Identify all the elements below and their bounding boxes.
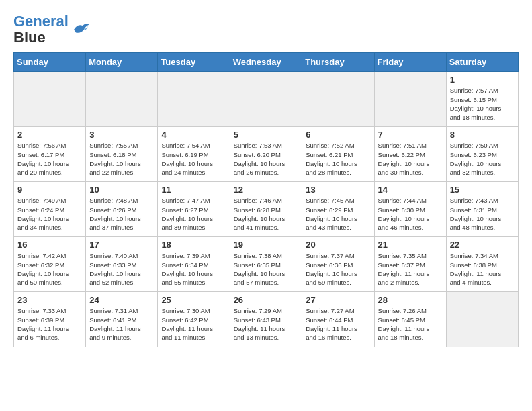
calendar-cell: 8Sunrise: 7:50 AM Sunset: 6:23 PM Daylig… — [446, 127, 518, 182]
day-info: Sunrise: 7:37 AM Sunset: 6:36 PM Dayligh… — [306, 251, 370, 287]
calendar-cell: 4Sunrise: 7:54 AM Sunset: 6:19 PM Daylig… — [158, 127, 230, 182]
calendar-cell: 18Sunrise: 7:39 AM Sunset: 6:34 PM Dayli… — [158, 237, 230, 292]
day-number: 17 — [89, 240, 154, 250]
day-info: Sunrise: 7:40 AM Sunset: 6:33 PM Dayligh… — [89, 251, 154, 287]
day-info: Sunrise: 7:27 AM Sunset: 6:44 PM Dayligh… — [306, 306, 370, 342]
day-info: Sunrise: 7:35 AM Sunset: 6:37 PM Dayligh… — [378, 251, 443, 287]
day-number: 8 — [450, 130, 515, 140]
day-number: 20 — [306, 240, 370, 250]
calendar-cell: 28Sunrise: 7:26 AM Sunset: 6:45 PM Dayli… — [374, 292, 446, 347]
day-info: Sunrise: 7:45 AM Sunset: 6:29 PM Dayligh… — [306, 196, 370, 232]
calendar-cell: 22Sunrise: 7:34 AM Sunset: 6:38 PM Dayli… — [446, 237, 518, 292]
day-number: 19 — [234, 240, 299, 250]
calendar-cell: 10Sunrise: 7:48 AM Sunset: 6:26 PM Dayli… — [86, 182, 158, 237]
day-number: 9 — [17, 185, 82, 195]
calendar-cell: 25Sunrise: 7:30 AM Sunset: 6:42 PM Dayli… — [158, 292, 230, 347]
day-info: Sunrise: 7:31 AM Sunset: 6:41 PM Dayligh… — [89, 306, 154, 342]
calendar-cell — [230, 72, 302, 127]
week-row-5: 23Sunrise: 7:33 AM Sunset: 6:39 PM Dayli… — [14, 292, 519, 347]
day-number: 27 — [306, 295, 370, 305]
calendar-cell — [374, 72, 446, 127]
day-header-tuesday: Tuesday — [158, 53, 230, 72]
day-number: 14 — [378, 185, 443, 195]
day-number: 4 — [161, 130, 226, 140]
calendar-cell: 12Sunrise: 7:46 AM Sunset: 6:28 PM Dayli… — [230, 182, 302, 237]
week-row-1: 1Sunrise: 7:57 AM Sunset: 6:15 PM Daylig… — [14, 72, 519, 127]
calendar-cell: 14Sunrise: 7:44 AM Sunset: 6:30 PM Dayli… — [374, 182, 446, 237]
day-info: Sunrise: 7:56 AM Sunset: 6:17 PM Dayligh… — [17, 141, 82, 177]
week-row-3: 9Sunrise: 7:49 AM Sunset: 6:24 PM Daylig… — [14, 182, 519, 237]
calendar-cell — [14, 72, 86, 127]
page-header: GeneralBlue — [13, 13, 519, 46]
calendar-cell — [302, 72, 374, 127]
day-header-monday: Monday — [86, 53, 158, 72]
day-number: 13 — [306, 185, 370, 195]
day-number: 6 — [306, 130, 370, 140]
day-info: Sunrise: 7:38 AM Sunset: 6:35 PM Dayligh… — [234, 251, 299, 287]
day-info: Sunrise: 7:50 AM Sunset: 6:23 PM Dayligh… — [450, 141, 515, 177]
day-info: Sunrise: 7:33 AM Sunset: 6:39 PM Dayligh… — [17, 306, 82, 342]
day-info: Sunrise: 7:44 AM Sunset: 6:30 PM Dayligh… — [378, 196, 443, 232]
day-info: Sunrise: 7:47 AM Sunset: 6:27 PM Dayligh… — [161, 196, 226, 232]
day-info: Sunrise: 7:46 AM Sunset: 6:28 PM Dayligh… — [234, 196, 299, 232]
calendar-cell: 9Sunrise: 7:49 AM Sunset: 6:24 PM Daylig… — [14, 182, 86, 237]
day-info: Sunrise: 7:29 AM Sunset: 6:43 PM Dayligh… — [234, 306, 299, 342]
calendar-cell: 21Sunrise: 7:35 AM Sunset: 6:37 PM Dayli… — [374, 237, 446, 292]
day-info: Sunrise: 7:42 AM Sunset: 6:32 PM Dayligh… — [17, 251, 82, 287]
day-number: 18 — [161, 240, 226, 250]
calendar-cell: 7Sunrise: 7:51 AM Sunset: 6:22 PM Daylig… — [374, 127, 446, 182]
day-number: 3 — [89, 130, 154, 140]
day-number: 16 — [17, 240, 82, 250]
day-info: Sunrise: 7:52 AM Sunset: 6:21 PM Dayligh… — [306, 141, 370, 177]
calendar-cell: 1Sunrise: 7:57 AM Sunset: 6:15 PM Daylig… — [446, 72, 518, 127]
calendar-cell: 26Sunrise: 7:29 AM Sunset: 6:43 PM Dayli… — [230, 292, 302, 347]
day-info: Sunrise: 7:55 AM Sunset: 6:18 PM Dayligh… — [89, 141, 154, 177]
calendar-cell: 20Sunrise: 7:37 AM Sunset: 6:36 PM Dayli… — [302, 237, 374, 292]
day-number: 22 — [450, 240, 515, 250]
day-info: Sunrise: 7:51 AM Sunset: 6:22 PM Dayligh… — [378, 141, 443, 177]
calendar-cell: 24Sunrise: 7:31 AM Sunset: 6:41 PM Dayli… — [86, 292, 158, 347]
day-info: Sunrise: 7:57 AM Sunset: 6:15 PM Dayligh… — [450, 86, 515, 122]
calendar-cell: 6Sunrise: 7:52 AM Sunset: 6:21 PM Daylig… — [302, 127, 374, 182]
day-header-saturday: Saturday — [446, 53, 518, 72]
day-info: Sunrise: 7:34 AM Sunset: 6:38 PM Dayligh… — [450, 251, 515, 287]
day-number: 7 — [378, 130, 443, 140]
day-info: Sunrise: 7:26 AM Sunset: 6:45 PM Dayligh… — [378, 306, 443, 342]
calendar-cell: 23Sunrise: 7:33 AM Sunset: 6:39 PM Dayli… — [14, 292, 86, 347]
week-row-2: 2Sunrise: 7:56 AM Sunset: 6:17 PM Daylig… — [14, 127, 519, 182]
day-number: 21 — [378, 240, 443, 250]
calendar-cell — [86, 72, 158, 127]
day-number: 11 — [161, 185, 226, 195]
day-header-friday: Friday — [374, 53, 446, 72]
calendar-cell: 19Sunrise: 7:38 AM Sunset: 6:35 PM Dayli… — [230, 237, 302, 292]
calendar-cell: 17Sunrise: 7:40 AM Sunset: 6:33 PM Dayli… — [86, 237, 158, 292]
day-number: 25 — [161, 295, 226, 305]
day-number: 23 — [17, 295, 82, 305]
day-header-wednesday: Wednesday — [230, 53, 302, 72]
logo-text: GeneralBlue — [13, 13, 69, 46]
day-number: 28 — [378, 295, 443, 305]
calendar-cell: 16Sunrise: 7:42 AM Sunset: 6:32 PM Dayli… — [14, 237, 86, 292]
day-number: 1 — [450, 75, 515, 85]
day-number: 5 — [234, 130, 299, 140]
day-info: Sunrise: 7:54 AM Sunset: 6:19 PM Dayligh… — [161, 141, 226, 177]
logo: GeneralBlue — [13, 13, 90, 46]
calendar-cell: 2Sunrise: 7:56 AM Sunset: 6:17 PM Daylig… — [14, 127, 86, 182]
day-header-sunday: Sunday — [14, 53, 86, 72]
calendar-cell: 11Sunrise: 7:47 AM Sunset: 6:27 PM Dayli… — [158, 182, 230, 237]
day-number: 10 — [89, 185, 154, 195]
calendar-cell: 5Sunrise: 7:53 AM Sunset: 6:20 PM Daylig… — [230, 127, 302, 182]
calendar-cell: 3Sunrise: 7:55 AM Sunset: 6:18 PM Daylig… — [86, 127, 158, 182]
week-row-4: 16Sunrise: 7:42 AM Sunset: 6:32 PM Dayli… — [14, 237, 519, 292]
day-info: Sunrise: 7:48 AM Sunset: 6:26 PM Dayligh… — [89, 196, 154, 232]
day-info: Sunrise: 7:39 AM Sunset: 6:34 PM Dayligh… — [161, 251, 226, 287]
logo-bird-icon — [70, 19, 90, 40]
day-number: 15 — [450, 185, 515, 195]
calendar-header-row: SundayMondayTuesdayWednesdayThursdayFrid… — [14, 53, 519, 72]
calendar-cell: 13Sunrise: 7:45 AM Sunset: 6:29 PM Dayli… — [302, 182, 374, 237]
calendar-cell — [446, 292, 518, 347]
day-info: Sunrise: 7:53 AM Sunset: 6:20 PM Dayligh… — [234, 141, 299, 177]
day-number: 12 — [234, 185, 299, 195]
day-info: Sunrise: 7:43 AM Sunset: 6:31 PM Dayligh… — [450, 196, 515, 232]
day-number: 2 — [17, 130, 82, 140]
